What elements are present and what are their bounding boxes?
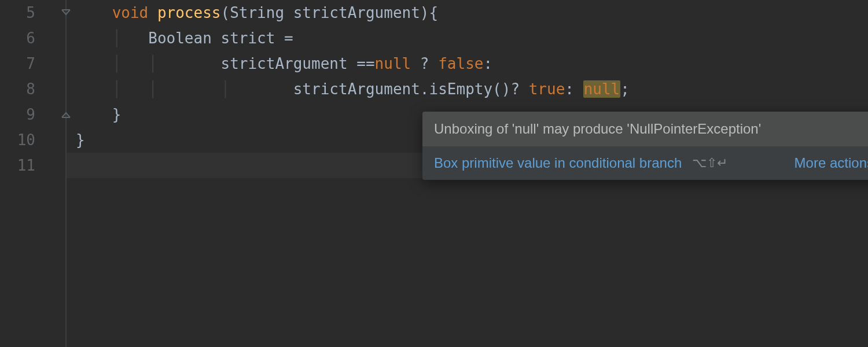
shortcut-hint: ⌥⇧↵ — [692, 156, 727, 171]
code-text: : — [565, 80, 583, 98]
code-text: : — [483, 55, 492, 72]
code-brace: } — [112, 106, 122, 123]
gutter-line: 7 — [0, 51, 65, 76]
gutter-line: 5 — [0, 0, 65, 25]
gutter-line: 6 — [0, 25, 65, 51]
line-number: 9 — [26, 106, 35, 123]
inspection-popup: Unboxing of 'null' may produce 'NullPoin… — [422, 112, 868, 180]
code-area[interactable]: void process(String strictArgument){ │ B… — [67, 0, 868, 347]
line-number: 5 — [26, 4, 35, 21]
code-line: │ Boolean strict = — [67, 25, 868, 51]
keyword-false: false — [438, 55, 483, 72]
code-brace: } — [76, 131, 85, 149]
gutter-line: 11 — [0, 153, 65, 178]
function-name: process — [157, 4, 221, 21]
inspection-actions-row: Box primitive value in conditional branc… — [422, 146, 868, 180]
gutter: 5 6 7 8 9 10 11 — [0, 0, 67, 347]
gutter-line: 8 — [0, 76, 65, 102]
code-text: strictArgument == — [220, 55, 374, 72]
line-number: 7 — [26, 55, 35, 72]
inspection-message: Unboxing of 'null' may produce 'NullPoin… — [434, 121, 761, 137]
line-number: 10 — [17, 131, 35, 149]
code-line: │ │ strictArgument ==null ? false: — [67, 51, 868, 76]
gutter-line: 9 — [0, 102, 65, 127]
gutter-line: 10 — [0, 127, 65, 153]
keyword-null: null — [375, 55, 411, 72]
opt-shift-enter-icon: ⌥⇧↵ — [692, 156, 727, 171]
line-number: 8 — [26, 80, 35, 98]
code-text: ? — [411, 55, 438, 72]
line-number: 6 — [26, 29, 35, 47]
code-line: │ │ │ strictArgument.isEmpty()? true: nu… — [67, 76, 868, 102]
code-line: void process(String strictArgument){ — [67, 0, 868, 25]
keyword-void: void — [112, 4, 149, 21]
code-text: Boolean strict = — [148, 29, 293, 47]
line-number: 11 — [17, 157, 35, 174]
quick-fix-link[interactable]: Box primitive value in conditional branc… — [434, 155, 682, 171]
code-text: (String strictArgument){ — [220, 4, 438, 21]
highlighted-null: null — [583, 80, 621, 98]
more-actions-link[interactable]: More actions… — [795, 155, 868, 171]
code-text: strictArgument.isEmpty()? — [293, 80, 529, 98]
code-editor[interactable]: 5 6 7 8 9 10 11 void process(String stri… — [0, 0, 868, 347]
inspection-message-row: Unboxing of 'null' may produce 'NullPoin… — [422, 112, 868, 146]
keyword-true: true — [529, 80, 565, 98]
code-text: ; — [620, 80, 630, 98]
